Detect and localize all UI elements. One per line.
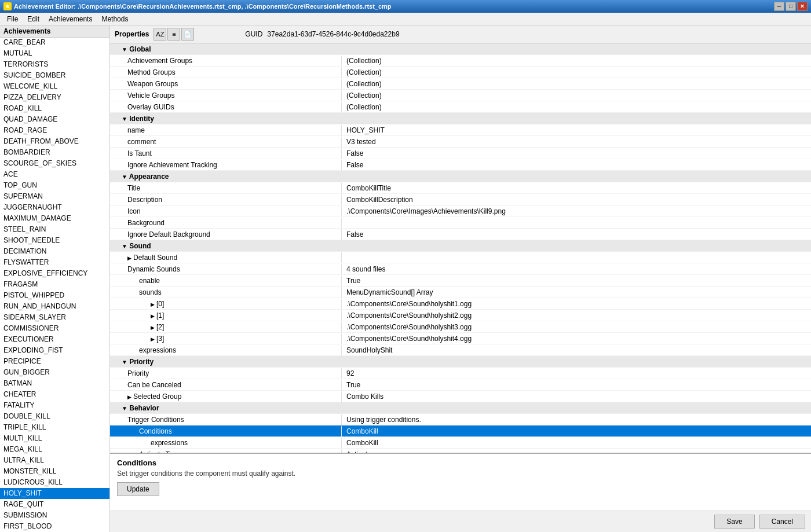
section-header[interactable]: ▼ Appearance — [110, 171, 811, 182]
list-item[interactable]: MULTI_KILL — [0, 433, 109, 444]
section-header[interactable]: ▼ Behavior — [110, 402, 811, 414]
maximize-button[interactable]: □ — [786, 2, 796, 11]
prop-value: True — [342, 276, 811, 286]
list-item[interactable]: DECIMATION — [0, 246, 109, 257]
prop-name: ▼ Identity — [110, 113, 342, 124]
prop-name: Conditions — [110, 426, 342, 436]
prop-name: Can be Canceled — [110, 380, 342, 390]
prop-row: enableTrue — [110, 275, 811, 287]
list-item[interactable]: EXPLOSIVE_EFFICIENCY — [0, 268, 109, 279]
list-item[interactable]: SIDEARM_SLAYER — [0, 312, 109, 323]
guid-value: 37ea2da1-63d7-4526-844c-9c4d0eda22b9 — [267, 30, 399, 38]
section-header[interactable]: ▼ Global — [110, 43, 811, 55]
menu-file[interactable]: File — [2, 14, 23, 24]
prop-value — [342, 118, 811, 120]
list-item[interactable]: EXPLODING_FIST — [0, 345, 109, 356]
prop-name: Icon — [110, 206, 342, 217]
list-item[interactable]: QUAD_DAMAGE — [0, 114, 109, 125]
list-item[interactable]: JUGGERNAUGHT — [0, 202, 109, 213]
prop-row: ▶Selected GroupCombo Kills — [110, 391, 811, 402]
close-button[interactable]: ✕ — [797, 2, 808, 11]
list-item[interactable]: MEGA_KILL — [0, 444, 109, 455]
prop-row: Achievement Groups(Collection) — [110, 55, 811, 67]
prop-name: Weapon Groups — [110, 79, 342, 89]
prop-name: Trigger Conditions — [110, 414, 342, 425]
app-icon: ★ — [3, 2, 12, 10]
list-item[interactable]: DOUBLE_KILL — [0, 411, 109, 422]
list-item[interactable]: RUN_AND_HANDGUN — [0, 301, 109, 312]
list-item[interactable]: FLYSWATTER — [0, 257, 109, 268]
cancel-button[interactable]: Cancel — [759, 515, 805, 529]
list-item[interactable]: SCOURGE_OF_SKIES — [0, 158, 109, 169]
update-button[interactable]: Update — [117, 482, 159, 496]
section-header[interactable]: ▼ Identity — [110, 113, 811, 124]
list-item[interactable]: ACE — [0, 169, 109, 180]
list-item[interactable]: ULTRA_KILL — [0, 455, 109, 466]
properties-page-button[interactable]: 📄 — [181, 28, 194, 41]
list-item[interactable]: GUN_BIGGER — [0, 367, 109, 378]
list-item[interactable]: ROAD_RAGE — [0, 125, 109, 136]
list-item[interactable]: PISTOL_WHIPPED — [0, 290, 109, 301]
prop-value — [342, 222, 811, 224]
list-item[interactable]: MAXIMUM_DAMAGE — [0, 213, 109, 224]
list-item[interactable]: FIRST_BLOOD — [0, 521, 109, 532]
footer-bar: Save Cancel — [110, 511, 811, 532]
list-item[interactable]: SUICIDE_BOMBER — [0, 70, 109, 81]
prop-row: Vehicle Groups(Collection) — [110, 90, 811, 101]
list-item[interactable]: WELCOME_KILL — [0, 81, 109, 92]
list-item[interactable]: DEATH_FROM_ABOVE — [0, 136, 109, 147]
menu-achievements[interactable]: Achievements — [44, 14, 97, 24]
prop-value: .\Components\Core\Sound\holyshit2.ogg — [342, 310, 811, 321]
prop-name: Is Taunt — [110, 148, 342, 159]
list-item[interactable]: TOP_GUN — [0, 180, 109, 191]
prop-row: TitleComboKillTitle — [110, 182, 811, 194]
list-item[interactable]: CARE_BEAR — [0, 38, 109, 48]
section-header[interactable]: ▼ Priority — [110, 356, 811, 368]
menu-edit[interactable]: Edit — [23, 14, 44, 24]
list-item[interactable]: COMMISSIONER — [0, 323, 109, 334]
list-item[interactable]: LUDICROUS_KILL — [0, 477, 109, 488]
list-item[interactable]: SUBMISSION — [0, 510, 109, 521]
list-item[interactable]: SHOOT_NEEDLE — [0, 235, 109, 246]
sort-category-button[interactable]: ≡ — [167, 28, 180, 41]
prop-value: (Collection) — [342, 67, 811, 78]
list-item[interactable]: BATMAN — [0, 378, 109, 389]
list-item[interactable]: BOMBARDIER — [0, 147, 109, 158]
sort-alpha-button[interactable]: AZ — [154, 28, 166, 41]
props-label: Properties — [115, 30, 149, 38]
prop-row: commentV3 tested — [110, 136, 811, 148]
list-item[interactable]: MUTUAL — [0, 48, 109, 59]
prop-name: ▶Default Sound — [110, 252, 342, 263]
menu-methods[interactable]: Methods — [97, 14, 133, 24]
properties-area: ▼ GlobalAchievement Groups(Collection)Me… — [110, 43, 811, 453]
list-item[interactable]: PRECIPICE — [0, 356, 109, 367]
prop-name: Ignore Default Background — [110, 229, 342, 240]
prop-value: .\Components\Core\Images\Achievements\Ki… — [342, 206, 811, 217]
list-item[interactable]: STEEL_RAIN — [0, 224, 109, 235]
list-item[interactable]: FATALITY — [0, 400, 109, 411]
list-item[interactable]: FRAGASM — [0, 279, 109, 290]
bottom-title: Conditions — [117, 458, 804, 467]
prop-value: Using trigger conditions. — [342, 414, 811, 425]
minimize-button[interactable]: ─ — [774, 2, 784, 11]
prop-value: (Collection) — [342, 90, 811, 101]
prop-row: ▶[0].\Components\Core\Sound\holyshit1.og… — [110, 298, 811, 310]
list-item[interactable]: EXECUTIONER — [0, 334, 109, 345]
list-item[interactable]: TRIPLE_KILL — [0, 422, 109, 433]
prop-name: ▶[3] — [110, 333, 342, 344]
list-item[interactable]: PIZZA_DELIVERY — [0, 92, 109, 103]
prop-value: .\Components\Core\Sound\holyshit3.ogg — [342, 322, 811, 332]
list-item[interactable]: MONSTER_KILL — [0, 466, 109, 477]
list-item[interactable]: CHEATER — [0, 389, 109, 400]
prop-row: soundsMenuDynamicSound[] Array — [110, 287, 811, 298]
achievements-list: IMPRESS_MYSELFROCKET_PRIMARYMASTER_JUGGL… — [0, 38, 109, 532]
list-item[interactable]: TERRORISTS — [0, 59, 109, 70]
bottom-panel: Conditions Set trigger conditions the co… — [110, 453, 811, 511]
list-item[interactable]: SUPERMAN — [0, 191, 109, 202]
list-item[interactable]: HOLY_SHIT — [0, 488, 109, 499]
list-item[interactable]: ROAD_KILL — [0, 103, 109, 114]
prop-name: ▼ Behavior — [110, 403, 342, 413]
list-item[interactable]: RAGE_QUIT — [0, 499, 109, 510]
save-button[interactable]: Save — [714, 515, 754, 529]
section-header[interactable]: ▼ Sound — [110, 240, 811, 252]
